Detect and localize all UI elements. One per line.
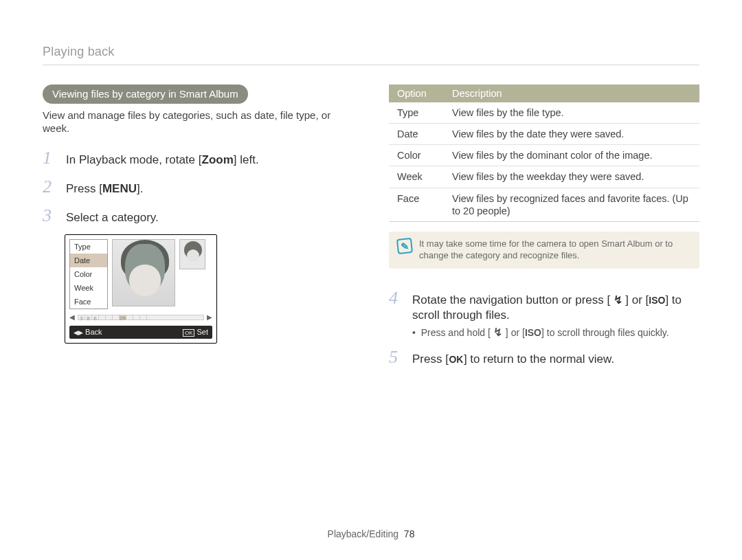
thumbnail-small (179, 239, 205, 269)
table-row: DateView files by the date they were sav… (389, 124, 699, 145)
table-header-option: Option (389, 85, 444, 102)
step-number-3: 3 (43, 205, 56, 226)
camera-screen-illustration: Type Date Color Week Face ◀ 3 8 (65, 234, 217, 344)
iso-icon: ISO (649, 294, 665, 306)
step-number-1: 1 (43, 148, 56, 168)
step-number-4: 4 (389, 288, 403, 309)
menu-item-week: Week (70, 281, 107, 295)
menu-item-type: Type (70, 240, 107, 254)
flash-icon: ↯ (610, 293, 625, 308)
note-box: ✎ It may take some time for the camera t… (389, 232, 699, 269)
category-menu: Type Date Color Week Face (69, 239, 108, 309)
step-2-text: Press [MENU]. (66, 181, 143, 197)
options-table: Option Description TypeView files by the… (389, 85, 699, 222)
left-column: Viewing files by category in Smart Album… (43, 85, 353, 376)
step-4-text: Rotate the navigation button or press [↯… (412, 293, 682, 322)
flash-icon: ↯ (491, 326, 506, 339)
step-number-5: 5 (389, 347, 403, 368)
section-pill: Viewing files by category in Smart Album (43, 85, 248, 104)
table-row: TypeView files by the file type. (389, 102, 699, 124)
set-label: OKSet (183, 328, 208, 337)
header-rule (43, 65, 699, 65)
step-5-text: Press [OK] to return to the normal view. (412, 352, 614, 367)
table-row: FaceView files by recognized faces and f… (389, 188, 699, 221)
step-number-2: 2 (43, 177, 56, 197)
table-row: WeekView files by the weekday they were … (389, 166, 699, 188)
back-label: ◀▶ Back (74, 328, 102, 336)
menu-item-date: Date (70, 254, 107, 267)
page-footer: Playback/Editing 78 (0, 528, 742, 539)
note-icon: ✎ (396, 238, 413, 254)
table-header-description: Description (444, 85, 699, 102)
strip-next-icon: ▶ (207, 313, 212, 321)
right-column: Option Description TypeView files by the… (389, 85, 699, 376)
step-1-text: In Playback mode, rotate [Zoom] left. (66, 153, 259, 168)
iso-icon: ISO (525, 327, 541, 338)
menu-item-color: Color (70, 267, 107, 281)
strip-prev-icon: ◀ (69, 313, 75, 321)
section-intro: View and manage files by categories, suc… (43, 109, 338, 135)
step-3-text: Select a category. (66, 210, 159, 225)
ok-icon: OK (449, 353, 464, 366)
step-4-bullet: • Press and hold [↯] or [ISO] to scroll … (412, 326, 699, 339)
table-row: ColorView files by the dominant color of… (389, 145, 699, 166)
menu-item-face: Face (70, 295, 107, 309)
thumbnail-large (112, 239, 175, 306)
breadcrumb: Playing back (43, 45, 699, 59)
note-text: It may take some time for the camera to … (419, 238, 691, 262)
date-strip: ◀ 3 8 6 29 ▶ (69, 312, 212, 323)
